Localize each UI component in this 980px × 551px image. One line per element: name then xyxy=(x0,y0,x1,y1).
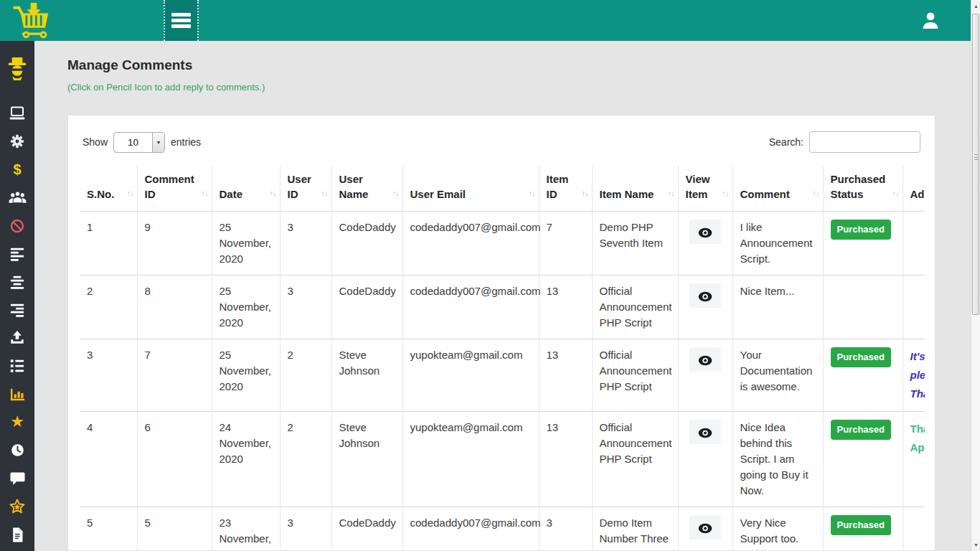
bar-chart-icon xyxy=(9,386,26,402)
column-header[interactable]: Item Name↑↓ xyxy=(592,166,678,212)
page-size-value: 10 xyxy=(114,133,152,152)
laptop-icon xyxy=(9,106,26,121)
sidebar-item-upload[interactable] xyxy=(0,329,34,347)
sidebar-item-list-2[interactable] xyxy=(0,273,34,291)
sidebar-toggle-button[interactable] xyxy=(164,0,199,41)
sidebar-item-ordered-list[interactable] xyxy=(0,357,34,375)
cell-admin-reply xyxy=(903,276,925,339)
cell-comment: Your Documentation is awesome. xyxy=(732,339,823,412)
cart-download-icon[interactable] xyxy=(11,2,57,41)
sidebar-item-ratings[interactable] xyxy=(0,498,34,515)
page-scrollbar[interactable]: ▲ ▼ xyxy=(971,0,980,551)
page-size-select[interactable]: 10 ▼ xyxy=(113,132,165,153)
scrollbar-thumb[interactable] xyxy=(972,14,979,315)
sidebar-item-list-1[interactable] xyxy=(0,245,34,263)
cell-user-email: codedaddy007@gmail.com xyxy=(402,212,539,276)
star-icon: ★ xyxy=(10,414,24,430)
sidebar-item-dashboard[interactable] xyxy=(0,105,34,122)
column-header[interactable]: Date↑↓ xyxy=(212,166,280,212)
column-header[interactable]: S.No.↑↓ xyxy=(80,166,137,212)
sort-icon: ↑↓ xyxy=(813,186,819,201)
sidebar-item-reports[interactable] xyxy=(0,385,34,402)
sidebar-item-pages[interactable] xyxy=(0,526,34,543)
cell-admin-reply: It's n pleas Than xyxy=(903,339,925,412)
cell-comment-id: 8 xyxy=(137,276,212,339)
cell-comment: Nice Idea behind this Script. I am going… xyxy=(732,412,823,507)
cell-date: 23 November, 2020 xyxy=(212,507,280,551)
cell-date: 25 November, 2020 xyxy=(212,276,280,339)
cell-admin-reply xyxy=(903,507,925,551)
cell-sno: 4 xyxy=(80,412,137,507)
table-controls: Show 10 ▼ entries Search: xyxy=(83,131,920,153)
view-item-button[interactable] xyxy=(689,220,721,244)
sidebar-item-history[interactable] xyxy=(0,441,34,458)
column-header[interactable]: View Item↑↓ xyxy=(678,166,732,212)
comments-table-card: Show 10 ▼ entries Search: S.No.↑↓Comment… xyxy=(67,115,936,551)
view-item-button[interactable] xyxy=(689,283,721,308)
cell-item-id: 7 xyxy=(539,212,592,276)
cell-purchased-status: Purchased xyxy=(823,339,903,412)
cell-sno: 1 xyxy=(80,212,137,276)
cell-user-id: 2 xyxy=(280,339,331,412)
cell-item-id: 3 xyxy=(539,507,592,551)
upload-icon xyxy=(9,330,25,346)
column-header[interactable]: Purchased Status↑↓ xyxy=(823,166,903,212)
column-header[interactable]: Admin Reply↑↓ xyxy=(903,166,925,212)
clock-icon xyxy=(10,443,25,458)
sidebar-item-comments[interactable] xyxy=(0,470,34,487)
view-item-button[interactable] xyxy=(689,347,721,372)
view-item-button[interactable] xyxy=(689,515,721,540)
cell-purchased-status xyxy=(823,276,903,339)
sidebar-item-admin[interactable] xyxy=(0,56,34,82)
align-center-icon xyxy=(9,274,25,290)
cell-sno: 2 xyxy=(80,276,137,339)
scroll-up-arrow-icon[interactable]: ▲ xyxy=(971,0,980,12)
column-header[interactable]: User ID↑↓ xyxy=(280,166,331,212)
scroll-down-arrow-icon[interactable]: ▼ xyxy=(971,539,980,551)
table-row: 5523 November, 20203CodeDaddycodedaddy00… xyxy=(80,507,925,551)
purchased-badge: Purchased xyxy=(831,420,891,440)
sidebar-item-payments[interactable]: $ xyxy=(0,161,34,178)
sidebar-item-settings[interactable] xyxy=(0,133,34,150)
purchased-badge: Purchased xyxy=(831,347,891,367)
cell-user-email: codedaddy007@gmail.com xyxy=(402,507,539,551)
table-header-row: S.No.↑↓Comment ID↑↓Date↑↓User ID↑↓User N… xyxy=(80,166,925,212)
cell-user-id: 2 xyxy=(280,412,331,507)
entries-label: entries xyxy=(171,136,201,148)
cell-admin-reply: Than Appr xyxy=(903,412,925,507)
sidebar-item-banned[interactable] xyxy=(0,217,34,235)
cell-comment-id: 5 xyxy=(137,507,212,551)
column-header[interactable]: Comment ID↑↓ xyxy=(137,166,212,212)
cell-comment-id: 9 xyxy=(137,212,212,276)
column-header[interactable]: Comment↑↓ xyxy=(732,166,823,212)
cell-comment-id: 6 xyxy=(137,412,212,507)
column-header[interactable]: Item ID↑↓ xyxy=(539,166,592,212)
column-header[interactable]: User Email↑↓ xyxy=(402,166,539,212)
column-header[interactable]: User Name↑↓ xyxy=(331,166,402,212)
cell-user-id: 3 xyxy=(280,212,331,276)
cell-comment: I like Announcement Script. xyxy=(732,212,823,276)
sidebar-item-users[interactable] xyxy=(0,189,34,206)
sort-icon: ↑↓ xyxy=(321,186,328,201)
file-icon xyxy=(10,527,24,543)
sort-icon: ↑↓ xyxy=(722,186,729,201)
table-row: 1925 November, 20203CodeDaddycodedaddy00… xyxy=(80,212,925,276)
user-icon[interactable] xyxy=(919,9,942,32)
cell-user-id: 3 xyxy=(280,276,331,339)
cell-item-name: Demo Item Number Three xyxy=(592,507,678,551)
show-label: Show xyxy=(83,136,108,148)
sort-icon: ↑↓ xyxy=(270,186,276,201)
view-item-button[interactable] xyxy=(689,420,721,444)
purchased-badge: Purchased xyxy=(831,515,891,535)
sidebar-item-list-3[interactable] xyxy=(0,301,34,319)
sidebar-item-featured[interactable]: ★ xyxy=(0,413,34,430)
table-row: 2825 November, 20203CodeDaddycodedaddy00… xyxy=(80,276,925,339)
cell-view-item xyxy=(678,212,732,276)
cell-date: 24 November, 2020 xyxy=(212,412,280,507)
comments-table: S.No.↑↓Comment ID↑↓Date↑↓User ID↑↓User N… xyxy=(80,166,925,551)
search-input[interactable] xyxy=(809,131,920,153)
sort-icon: ↑↓ xyxy=(529,186,535,201)
cell-user-id: 3 xyxy=(280,507,331,551)
cell-purchased-status: Purchased xyxy=(823,212,903,276)
cell-item-name: Official Announcement PHP Script xyxy=(592,412,678,507)
